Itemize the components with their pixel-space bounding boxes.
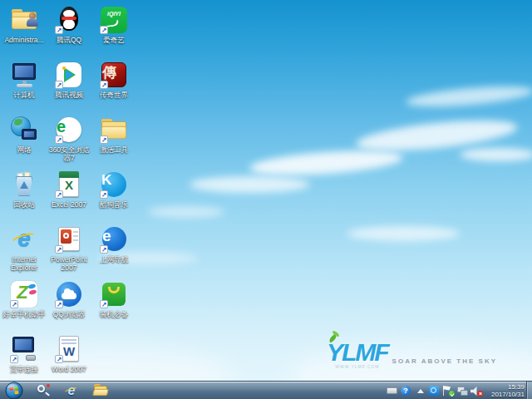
tencent-qq-icon: ↗	[54, 5, 84, 35]
desktop-icon-label: 计算机	[13, 91, 35, 100]
desktop-icon-label: 爱奇艺	[103, 37, 125, 45]
desktop-surface[interactable]: Administra...↗腾讯QQiQIYI↗爱奇艺计算机↗腾讯视频傳↗传奇世…	[0, 0, 532, 399]
web-navigation-icon: e↗	[99, 224, 129, 254]
cloud-shape	[148, 206, 224, 218]
recycle-bin-icon	[9, 170, 39, 200]
action-center-button[interactable]	[442, 383, 455, 398]
desktop-icon-label: 360安全浏览器7	[47, 146, 91, 163]
desktop-icon-label: 腾讯视频	[55, 91, 83, 100]
taskbar-pinned-apps: e	[32, 382, 111, 399]
cloud-shape	[347, 226, 460, 241]
desktop-icon-kugou-music[interactable]: K↗酷狗音乐	[91, 170, 136, 224]
shortcut-arrow-icon: ↗	[10, 300, 18, 308]
desktop-icon-activation-tools[interactable]: ↗激活工具	[91, 115, 136, 170]
shortcut-arrow-icon: ↗	[10, 355, 18, 363]
desktop-icon-label: 网络	[17, 146, 32, 155]
desktop-icon-phone-assistant[interactable]: Z↗好卓手机助手	[2, 279, 47, 334]
broadband-connection-icon: ↗	[9, 334, 39, 364]
legend-of-world-icon: 傳↗	[99, 60, 129, 90]
start-button[interactable]	[4, 382, 24, 399]
ylmf-tagline: SOAR ABOVE THE SKY	[392, 357, 497, 369]
shortcut-arrow-icon: ↗	[55, 355, 63, 363]
desktop-icon-iqiyi[interactable]: iQIYI↗爱奇艺	[91, 5, 136, 60]
magnifier-icon	[37, 385, 45, 392]
internet-explorer-button[interactable]: e	[61, 382, 82, 399]
desktop-icon-label: 上网导航	[100, 256, 128, 264]
cloud-shape	[249, 147, 403, 180]
shortcut-arrow-icon: ↗	[100, 300, 108, 308]
folder-front-icon	[92, 389, 109, 396]
cloud-shape	[405, 82, 532, 110]
desktop-icon-recycle-bin[interactable]: 回收站	[2, 170, 47, 224]
administrator-folder-icon	[9, 5, 39, 35]
desktop-icon-label: 宽带连接	[10, 366, 38, 374]
network-screen2-icon	[461, 390, 468, 396]
desktop-icon-network[interactable]: 网络	[2, 115, 47, 170]
windows-explorer-button[interactable]	[90, 382, 111, 399]
search-tray-button[interactable]	[428, 383, 441, 398]
shortcut-arrow-icon: ↗	[55, 26, 63, 34]
search-app-button[interactable]	[32, 382, 53, 399]
activation-tools-icon: ↗	[99, 115, 129, 145]
shortcut-arrow-icon: ↗	[55, 190, 63, 199]
desktop-icon-software-bundle[interactable]: ↗装机必备	[91, 279, 136, 334]
desktop-icon-legend-of-world[interactable]: 傳↗传奇世界	[91, 60, 136, 115]
desktop-icon-tencent-video[interactable]: ↗腾讯视频	[47, 60, 91, 115]
magnifier-handle-icon	[45, 392, 50, 396]
iqiyi-icon: iQIYI↗	[99, 5, 129, 35]
ylmf-logo-block: YLMF WWW.YLMF.COM	[327, 342, 388, 369]
desktop-icon-internet-explorer[interactable]: eInternet Explorer	[2, 224, 47, 279]
search-square-icon	[429, 386, 439, 396]
desktop-icon-web-navigation[interactable]: e↗上网导航	[91, 224, 136, 279]
desktop-icon-qq-browser[interactable]: ↗QQ浏览器	[47, 279, 91, 334]
desktop-icon-label: Excel 2007	[52, 201, 86, 209]
desktop-icon-360-safe-browser[interactable]: e↗360安全浏览器7	[47, 115, 91, 170]
system-tray: ?	[385, 382, 484, 399]
software-bundle-icon: ↗	[99, 279, 129, 309]
shortcut-arrow-icon: ↗	[55, 300, 63, 308]
clock-time: 15:39	[483, 383, 525, 391]
desktop-icon-label: PowerPoint 2007	[47, 256, 91, 273]
desktop-icon-label: QQ浏览器	[53, 311, 86, 319]
desktop-icon-label: 激活工具	[100, 146, 128, 155]
desktop-icon-computer[interactable]: 计算机	[2, 60, 47, 115]
shortcut-arrow-icon: ↗	[100, 81, 108, 89]
show-desktop-button[interactable]	[526, 382, 532, 399]
desktop-icon-label: 传奇世界	[100, 91, 128, 100]
computer-icon	[9, 60, 39, 90]
input-method-button[interactable]	[386, 383, 398, 398]
desktop-icon-label: Administra...	[4, 37, 43, 45]
desktop-icon-label: 好卓手机助手	[3, 311, 46, 319]
green-check-icon	[449, 391, 455, 397]
network-icon	[9, 115, 39, 145]
shortcut-arrow-icon: ↗	[100, 26, 108, 34]
shortcut-arrow-icon: ↗	[100, 245, 108, 254]
desktop-icon-label: Internet Explorer	[2, 256, 47, 273]
shortcut-arrow-icon: ↗	[100, 190, 108, 199]
excel-2007-icon: X↗	[54, 170, 84, 200]
taskbar: e ?	[0, 381, 532, 399]
tray-clock[interactable]: 15:39 2017/10/31	[483, 383, 525, 398]
desktop-icon-label: 腾讯QQ	[57, 37, 81, 45]
360-safe-browser-icon: e↗	[54, 115, 84, 145]
volume-tray-button[interactable]	[470, 383, 483, 398]
show-hidden-icons-button[interactable]	[414, 383, 426, 398]
shortcut-arrow-icon: ↗	[55, 135, 63, 144]
shortcut-arrow-icon: ↗	[55, 245, 63, 254]
desktop-icon-excel-2007[interactable]: X↗Excel 2007	[47, 170, 91, 224]
cloud-shape	[190, 176, 310, 193]
desktop-icon-tencent-qq[interactable]: ↗腾讯QQ	[47, 5, 91, 60]
word-2007-icon: W↗	[54, 334, 84, 364]
desktop-icon-label: 回收站	[13, 201, 35, 209]
desktop-icon-powerpoint-2007[interactable]: ↗PowerPoint 2007	[47, 224, 91, 279]
cloud-shape	[460, 148, 532, 161]
kugou-music-icon: K↗	[99, 170, 129, 200]
desktop-icon-label: Word 2007	[52, 366, 86, 374]
qq-browser-icon: ↗	[54, 279, 84, 309]
keyboard-icon	[387, 387, 397, 394]
desktop-icon-administrator-folder[interactable]: Administra...	[2, 5, 47, 60]
windows-orb-icon	[5, 382, 23, 399]
ylmf-url: WWW.YLMF.COM	[335, 364, 379, 369]
help-tray-button[interactable]: ?	[400, 383, 412, 398]
network-tray-button[interactable]	[456, 383, 469, 398]
